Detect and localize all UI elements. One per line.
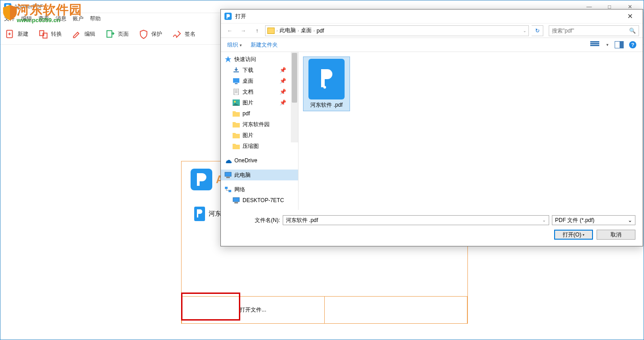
pic-icon bbox=[233, 99, 240, 106]
address-bar[interactable]: › 此电脑 › 桌面 › pdf ⌄ bbox=[265, 25, 529, 36]
folder-icon bbox=[233, 110, 240, 117]
svg-rect-17 bbox=[233, 198, 239, 202]
tree-item[interactable]: 桌面📌 bbox=[221, 76, 298, 86]
toolbar-convert[interactable]: 转换 bbox=[38, 29, 62, 39]
file-list[interactable]: 河东软件 .pdf bbox=[299, 52, 643, 210]
organize-button[interactable]: 组织▼ bbox=[227, 41, 243, 49]
search-box[interactable]: 🔍 bbox=[549, 25, 639, 36]
breadcrumb-item[interactable]: 此电脑 bbox=[280, 27, 296, 34]
tree-item[interactable]: DESKTOP-7ETC bbox=[221, 195, 298, 206]
edit-icon bbox=[72, 29, 82, 39]
desktop-icon bbox=[233, 78, 240, 84]
search-input[interactable] bbox=[552, 28, 626, 34]
tree-item[interactable]: pdf bbox=[221, 108, 298, 119]
app-logo-icon bbox=[4, 3, 11, 10]
download-icon bbox=[233, 67, 240, 73]
tree-item[interactable]: 压缩图 bbox=[221, 141, 298, 151]
pdf-file-icon bbox=[194, 207, 205, 221]
folder-tree: 快速访问下载📌桌面📌文档📌图片📌pdf河东软件园图片压缩图OneDrive此电脑… bbox=[221, 52, 299, 210]
pc-icon bbox=[224, 172, 232, 178]
svg-rect-10 bbox=[234, 89, 238, 95]
dialog-logo-icon bbox=[224, 13, 232, 20]
dialog-titlebar: 打开 ✕ bbox=[221, 9, 643, 23]
open-file-button[interactable]: 打开文件... bbox=[182, 296, 325, 323]
preview-pane-button[interactable] bbox=[615, 41, 624, 48]
dialog-nav: ← → ↑ › 此电脑 › 桌面 › pdf ⌄ ↻ 🔍 bbox=[221, 23, 643, 38]
filename-label: 文件名(N): bbox=[228, 217, 280, 224]
refresh-button[interactable]: ↻ bbox=[532, 25, 543, 36]
toolbar-sign[interactable]: 签名 bbox=[172, 29, 196, 39]
open-button[interactable]: 打开(O)▾ bbox=[554, 230, 593, 240]
svg-rect-18 bbox=[234, 202, 238, 203]
svg-rect-9 bbox=[235, 83, 238, 84]
tree-item[interactable]: 下载📌 bbox=[221, 65, 298, 76]
chevron-down-icon[interactable]: ⌄ bbox=[628, 217, 632, 223]
star-icon bbox=[224, 56, 232, 62]
pin-icon: 📌 bbox=[280, 99, 286, 106]
menu-file[interactable]: 文件 bbox=[4, 15, 15, 23]
pin-icon: 📌 bbox=[280, 67, 286, 73]
app-title: ApowerPDF bbox=[14, 4, 43, 10]
tree-item[interactable]: 快速访问 bbox=[221, 54, 298, 65]
page-icon bbox=[105, 29, 115, 39]
file-name: 河东软件 .pdf bbox=[310, 101, 342, 109]
filetype-filter[interactable]: PDF 文件 (*.pdf) ⌄ bbox=[552, 215, 635, 225]
menu-message[interactable]: 消息 bbox=[56, 15, 66, 23]
tree-item[interactable]: 河东软件园 bbox=[221, 119, 298, 130]
folder-icon bbox=[233, 132, 240, 138]
svg-rect-4 bbox=[107, 30, 112, 37]
filename-input[interactable]: 河东软件 .pdf ⌄ bbox=[283, 215, 549, 225]
file-open-dialog: 打开 ✕ ← → ↑ › 此电脑 › 桌面 › pdf ⌄ ↻ 🔍 组织▼ 新建… bbox=[220, 9, 643, 246]
open-cell-2[interactable] bbox=[325, 296, 467, 323]
toolbar-edit[interactable]: 编辑 bbox=[72, 29, 95, 39]
dialog-toolbar: 组织▼ 新建文件夹 ▼ ? bbox=[221, 38, 643, 52]
tree-item[interactable]: 此电脑 bbox=[221, 170, 298, 180]
svg-rect-15 bbox=[225, 187, 228, 189]
pin-icon: 📌 bbox=[280, 78, 286, 84]
chevron-down-icon[interactable]: ▼ bbox=[606, 43, 609, 47]
onedrive-icon bbox=[224, 157, 232, 164]
sign-icon bbox=[172, 29, 182, 39]
pdf-thumbnail-icon bbox=[308, 59, 345, 99]
tree-item[interactable]: 文档📌 bbox=[221, 86, 298, 97]
chevron-down-icon[interactable]: ⌄ bbox=[542, 218, 546, 222]
svg-rect-13 bbox=[225, 172, 231, 176]
scrollbar[interactable] bbox=[291, 52, 298, 142]
pin-icon: 📌 bbox=[280, 89, 286, 95]
file-item[interactable]: 河东软件 .pdf bbox=[303, 57, 350, 111]
nav-back-button[interactable]: ← bbox=[224, 25, 235, 36]
pc-icon bbox=[233, 197, 240, 203]
toolbar-new[interactable]: 新建 bbox=[5, 29, 28, 39]
menu-account[interactable]: 账户 bbox=[73, 15, 84, 23]
folder-icon bbox=[267, 28, 275, 34]
breadcrumb-item[interactable]: 桌面 bbox=[301, 27, 312, 34]
tree-item[interactable]: OneDrive bbox=[221, 155, 298, 166]
breadcrumb-item[interactable]: pdf bbox=[317, 28, 324, 34]
cancel-button[interactable]: 取消 bbox=[597, 230, 635, 240]
folder-icon bbox=[233, 121, 240, 128]
doc-icon bbox=[233, 89, 240, 95]
toolbar-protect[interactable]: 保护 bbox=[139, 29, 162, 39]
svg-rect-8 bbox=[233, 78, 239, 83]
new-folder-button[interactable]: 新建文件夹 bbox=[251, 41, 278, 49]
convert-icon bbox=[38, 29, 48, 39]
menu-edit[interactable]: 编辑 bbox=[21, 15, 32, 23]
nav-up-button[interactable]: ↑ bbox=[252, 25, 262, 36]
menu-view[interactable]: 查看 bbox=[38, 15, 49, 23]
network-icon bbox=[224, 186, 232, 193]
menu-help[interactable]: 帮助 bbox=[90, 15, 101, 23]
chevron-down-icon[interactable]: ⌄ bbox=[523, 28, 527, 33]
nav-forward-button[interactable]: → bbox=[238, 25, 249, 36]
tree-item[interactable]: 网络 bbox=[221, 184, 298, 195]
toolbar-page[interactable]: 页面 bbox=[105, 29, 129, 39]
tree-item[interactable]: 图片 bbox=[221, 130, 298, 141]
view-mode-button[interactable] bbox=[590, 41, 599, 48]
svg-rect-14 bbox=[226, 177, 230, 178]
svg-point-12 bbox=[234, 101, 236, 103]
folder-icon bbox=[233, 143, 240, 149]
tree-item[interactable]: 图片📌 bbox=[221, 97, 298, 108]
app-logo-large-icon bbox=[191, 169, 212, 190]
svg-point-19 bbox=[323, 86, 326, 89]
help-icon[interactable]: ? bbox=[629, 41, 636, 48]
dialog-close-button[interactable]: ✕ bbox=[621, 12, 639, 20]
